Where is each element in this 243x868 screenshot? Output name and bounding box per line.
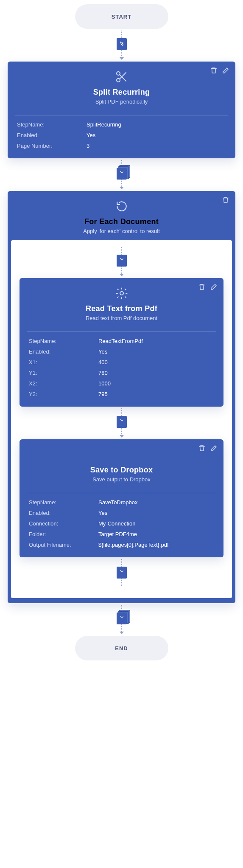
pdf-doc-icon — [117, 567, 127, 579]
connector — [117, 408, 127, 438]
kv-key: Enabled: — [17, 132, 81, 138]
workflow-diagram: START Split Recurring Split PDF periodic… — [0, 0, 243, 677]
kv-value: ${file.pages[0].PageText}.pdf — [98, 542, 214, 548]
kv-value: SaveToDropbox — [98, 499, 214, 506]
pdf-doc-icon — [117, 255, 127, 267]
scissors-icon — [15, 70, 228, 84]
kv-key: StepName: — [17, 121, 81, 128]
pdf-doc-icon — [117, 416, 127, 428]
connector — [117, 160, 127, 189]
pdf-doc-icon — [117, 38, 127, 50]
delete-icon[interactable] — [222, 196, 229, 204]
kv-key: X1: — [29, 359, 92, 365]
kv-key: X2: — [29, 380, 92, 387]
kv-value: Target PDF4me — [98, 531, 214, 537]
step-split-recurring: Split Recurring Split PDF periodically S… — [8, 62, 235, 158]
loop-body: Read Text from Pdf Read text from Pdf do… — [11, 240, 232, 598]
card-title: Split Recurring — [15, 88, 228, 97]
kv-value: Yes — [98, 510, 214, 516]
kv-key: StepName: — [29, 499, 92, 506]
kv-value: Yes — [98, 348, 214, 355]
card-subtitle: Save output to Dropbox — [27, 476, 216, 483]
start-label: START — [112, 14, 131, 20]
kv-value: My-Connection — [98, 520, 214, 527]
kv-key: Enabled: — [29, 348, 92, 355]
kv-value: 400 — [98, 359, 214, 365]
kv-value: SplitRecurring — [87, 121, 226, 128]
step-save-to-dropbox: Save to Dropbox Save output to Dropbox S… — [20, 439, 223, 557]
kv-key: Y2: — [29, 391, 92, 397]
svg-point-2 — [120, 292, 123, 295]
card-title: Save to Dropbox — [27, 466, 216, 475]
dropbox-icon — [27, 448, 216, 461]
card-title: For Each Document — [15, 217, 228, 226]
kv-value: Yes — [87, 132, 226, 138]
kv-key: Page Number: — [17, 143, 81, 149]
kv-key: Y1: — [29, 370, 92, 376]
connector — [117, 559, 127, 586]
kv-key: Connection: — [29, 520, 92, 527]
card-title: Read Text from Pdf — [27, 304, 216, 313]
step-read-text-from-pdf: Read Text from Pdf Read text from Pdf do… — [20, 278, 223, 407]
delete-icon[interactable] — [210, 67, 218, 74]
delete-icon[interactable] — [198, 283, 206, 291]
pdf-multi-doc-icon — [117, 612, 127, 624]
gear-icon — [27, 287, 216, 300]
edit-icon[interactable] — [210, 283, 218, 291]
card-subtitle: Apply 'for each' control to result — [15, 228, 228, 234]
kv-key: Enabled: — [29, 510, 92, 516]
kv-value: 3 — [87, 143, 226, 149]
step-foreach-document: For Each Document Apply 'for each' contr… — [8, 191, 235, 603]
edit-icon[interactable] — [210, 444, 218, 452]
connector — [117, 247, 127, 276]
start-terminal: START — [75, 4, 168, 29]
connector — [117, 605, 127, 634]
kv-key: Output Filename: — [29, 542, 92, 548]
svg-point-0 — [117, 72, 120, 75]
kv-value: 795 — [98, 391, 214, 397]
delete-icon[interactable] — [198, 444, 206, 452]
kv-key: Folder: — [29, 531, 92, 537]
edit-icon[interactable] — [222, 67, 229, 74]
svg-point-1 — [117, 79, 120, 82]
kv-value: ReadTextFromPdf — [98, 338, 214, 344]
kv-key: StepName: — [29, 338, 92, 344]
card-subtitle: Split PDF periodically — [15, 98, 228, 105]
kv-value: 1000 — [98, 380, 214, 387]
end-terminal: END — [75, 636, 168, 660]
loop-icon — [15, 199, 228, 213]
pdf-multi-doc-icon — [117, 168, 127, 180]
end-label: END — [115, 645, 128, 652]
connector — [117, 31, 127, 60]
kv-value: 780 — [98, 370, 214, 376]
card-subtitle: Read text from Pdf document — [27, 315, 216, 321]
